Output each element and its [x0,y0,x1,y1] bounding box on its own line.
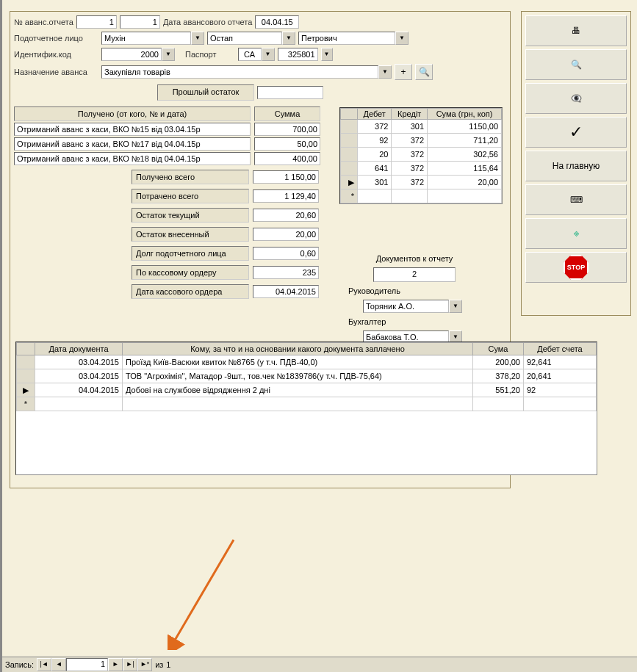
received-who-1[interactable]: Отриманий аванс з каси, ВКО №17 від 04.0… [14,137,251,151]
purpose-combo[interactable]: Закупівля товарів ▼ [101,65,392,79]
detail-cell[interactable]: 04.04.2015 [35,383,123,397]
cash-order-label: По кассовому ордеру [132,265,249,280]
detail-cell[interactable]: 378,20 [473,369,524,383]
binoculars-icon: 👁‍🗨 [571,93,582,104]
detail-header-desc: Кому, за что и на основании какого докум… [123,343,473,355]
add-purpose-button[interactable]: + [395,64,412,80]
detail-cell[interactable]: ТОВ "Агрохімія", Матадор -9шт., тов.чек … [123,369,473,383]
stop-button[interactable]: STOP [525,252,627,283]
detail-cell[interactable]: 92 [524,383,597,397]
search-button[interactable]: 🔍 [525,49,627,80]
find-button[interactable]: 👁‍🗨 [525,83,627,114]
detail-header-date: Дата документа [35,343,123,355]
nav-position-field[interactable]: 1 [66,658,108,671]
nav-prev-button[interactable]: ◄ [51,658,66,671]
dropdown-icon[interactable]: ▼ [282,32,295,45]
print-button[interactable]: 🖶 [525,15,627,46]
detail-cell[interactable]: Добові на службове відрядження 2 дні [123,383,473,397]
docs-count[interactable]: 2 [373,267,456,282]
dk-cell[interactable]: 372 [392,148,428,162]
dropdown-icon[interactable]: ▼ [321,48,333,61]
cash-order-date-value[interactable]: 04.04.2015 [253,285,319,298]
dk-cell[interactable]: 20 [358,148,392,162]
cash-order-value[interactable]: 235 [253,266,319,279]
dk-cell[interactable]: 20,00 [428,176,502,189]
home-label: На главную [553,161,600,171]
dropdown-icon[interactable]: ▼ [449,300,462,313]
report-no-2[interactable]: 1 [120,15,160,29]
dk-cell[interactable]: 372 [392,162,428,176]
nav-new-button[interactable]: ►* [137,658,152,671]
received-who-2[interactable]: Отриманий аванс з каси, ВКО №18 від 04.0… [14,152,251,165]
passport-extra-dd[interactable]: ▼ [321,48,333,61]
id-code-combo[interactable]: 2000 ▼ [101,48,175,61]
home-button[interactable]: На главную [525,151,627,181]
dk-cell[interactable]: 302,56 [428,148,502,162]
manager-field[interactable]: Торяник А.О. [363,300,449,313]
check-icon: ✓ [569,123,583,142]
deposited-value[interactable]: 20,00 [253,228,319,241]
passport-series-combo[interactable]: СА ▼ [238,48,275,61]
dk-cell[interactable]: 372 [392,176,428,189]
dk-cell[interactable]: 301 [358,176,392,189]
nav-last-button[interactable]: ►| [123,658,137,671]
first-name-field[interactable]: Остап [207,32,282,45]
purpose-field[interactable]: Закупівля товарів [101,65,378,79]
first-name-combo[interactable]: Остап ▼ [207,32,295,45]
calc-button[interactable]: ⌨ [525,184,627,215]
person-label: Подотчетное лицо [14,34,98,43]
nav-next-button[interactable]: ► [108,658,123,671]
ok-button[interactable]: ✓ [525,117,627,148]
nav-first-button[interactable]: |◄ [37,658,51,671]
received-total-label: Получено всего [132,170,249,184]
detail-cell[interactable]: Проїзд Київ-Васюки квиток №8765 (у т.ч. … [123,355,473,369]
report-date-field[interactable]: 04.04.15 [255,15,299,29]
dropdown-icon[interactable]: ▼ [162,48,175,61]
search-purpose-button[interactable]: 🔍 [415,64,433,80]
passport-no-field[interactable]: 325801 [278,48,318,61]
received-sum-1[interactable]: 50,00 [254,137,320,151]
patronymic-field[interactable]: Петрович [298,32,395,45]
exit-button[interactable]: ⎆ [525,218,627,249]
dk-cell[interactable]: 115,64 [428,162,502,176]
detail-cell[interactable]: 03.04.2015 [35,355,123,369]
detail-cell[interactable]: 03.04.2015 [35,369,123,383]
received-total-value: 1 150,00 [253,170,319,184]
detail-cell[interactable]: 92,641 [524,355,597,369]
manager-combo[interactable]: Торяник А.О.▼ [363,300,462,313]
dk-cell[interactable]: 1150,00 [428,120,502,134]
dk-cell[interactable]: 92 [358,134,392,148]
passport-series-field[interactable]: СА [238,48,262,61]
received-sum-0[interactable]: 700,00 [254,123,320,136]
dk-cell[interactable]: 641 [358,162,392,176]
dk-cell[interactable]: 372 [392,134,428,148]
detail-grid[interactable]: Дата документа Кому, за что и на основан… [15,342,597,475]
sidebar: 🖶 🔍 👁‍🗨 ✓ На главную ⌨ ⎆ STOP [521,11,631,316]
dk-cell[interactable]: 711,20 [428,134,502,148]
dropdown-icon[interactable]: ▼ [262,48,275,61]
report-no-1[interactable]: 1 [76,15,117,29]
dk-cell[interactable]: 301 [392,120,428,134]
received-who-header: Получено (от кого, № и дата) [14,106,251,121]
detail-cell[interactable]: 20,641 [524,369,597,383]
last-name-combo[interactable]: Мухін ▼ [101,32,204,45]
dropdown-icon[interactable]: ▼ [378,65,392,79]
detail-cell[interactable]: 551,20 [473,383,524,397]
patronymic-combo[interactable]: Петрович ▼ [298,32,409,45]
stop-icon: STOP [564,255,589,280]
last-name-field[interactable]: Мухін [101,32,191,45]
search-icon: 🔍 [571,59,582,70]
dk-cell[interactable]: 372 [358,120,392,134]
dropdown-icon[interactable]: ▼ [191,32,204,45]
prev-balance-field[interactable] [257,86,323,99]
debit-credit-grid[interactable]: Дебет Кредіт Сума (грн, коп) 3723011150,… [339,107,503,204]
dropdown-icon[interactable]: ▼ [395,32,409,45]
received-sum-2[interactable]: 400,00 [254,152,320,165]
received-sum-header: Сумма [254,106,320,121]
report-no-label: № аванс.отчета [14,18,73,26]
received-who-0[interactable]: Отриманий аванс з каси, ВКО №15 від 03.0… [14,123,251,136]
id-code-field[interactable]: 2000 [101,48,162,61]
detail-cell[interactable]: 200,00 [473,355,524,369]
detail-header-debit: Дебет счета [524,343,597,355]
dk-header-credit: Кредіт [392,109,428,120]
